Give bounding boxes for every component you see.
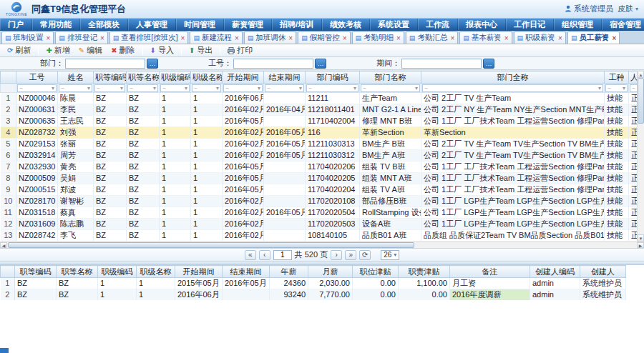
tab-close-icon[interactable]: × bbox=[181, 34, 185, 42]
dept-lookup-button[interactable]: … bbox=[147, 59, 158, 69]
scroll-down-icon[interactable]: ▼ bbox=[638, 234, 644, 242]
vertical-scroll-thumb[interactable] bbox=[638, 78, 644, 124]
column-filter[interactable]: ~▾ bbox=[59, 84, 92, 92]
tab-11[interactable]: ▤员工薪资× bbox=[567, 31, 620, 44]
table-row[interactable]: 1BZBZ112015年05月2016年05月243602,030.000.00… bbox=[1, 278, 626, 289]
menu-item-1[interactable]: 门户 bbox=[0, 19, 32, 30]
column-filter[interactable]: ~▾ bbox=[160, 84, 190, 92]
table-row[interactable]: 10NZ028170谢智彬BZBZ112016年02月11702020108部品… bbox=[1, 196, 638, 207]
print-button[interactable]: 打印 bbox=[224, 45, 256, 56]
table-row[interactable]: 6NZ032914周芳BZBZ112016年02月2016年05月1121103… bbox=[1, 150, 638, 161]
table-row[interactable]: 8NZ000509吴娟BZBZ112016年05月11704020205组装 M… bbox=[1, 173, 638, 184]
column-filter[interactable]: ~▾ bbox=[17, 84, 57, 92]
column-filter[interactable]: ~▾ bbox=[265, 84, 304, 92]
table-row[interactable]: 9NZ000515郑波BZBZ112016年05月11704020204组装 T… bbox=[1, 184, 638, 196]
menu-item-3[interactable]: 全部模块 bbox=[80, 19, 128, 30]
horizontal-scroll-thumb[interactable] bbox=[8, 242, 414, 248]
main-col-header-13[interactable]: 人员类别 bbox=[629, 71, 638, 84]
tab-2[interactable]: ▤排班登记× bbox=[55, 31, 107, 44]
main-col-header-1[interactable]: 工号 bbox=[16, 71, 58, 84]
column-filter[interactable]: ~▾ bbox=[361, 84, 420, 92]
table-row[interactable]: 5NZ029153张丽BZBZ112016年02月2016年05月1121103… bbox=[1, 139, 638, 150]
tab-close-icon[interactable]: × bbox=[558, 34, 562, 42]
column-filter[interactable]: ~▾ bbox=[605, 84, 628, 92]
detail-col-header-13[interactable]: 创建人 bbox=[580, 266, 626, 278]
main-col-header-10[interactable]: 部门名称 bbox=[360, 71, 421, 84]
table-row[interactable]: 2NZ000631李民BZBZ112016年02月2016年04月1121801… bbox=[1, 104, 638, 116]
scroll-up-icon[interactable]: ▲ bbox=[638, 71, 644, 78]
table-row[interactable]: 2BZBZ112016年06月932407,770.000.000.002016… bbox=[1, 289, 626, 301]
table-row[interactable]: 4NZ028732刘强BZBZ112016年02月2016年05月116革新Se… bbox=[1, 127, 638, 139]
vertical-scroll-track[interactable] bbox=[638, 78, 644, 234]
tab-6[interactable]: ▤假期管控× bbox=[298, 31, 350, 44]
menu-item-7[interactable]: 招聘/培训 bbox=[272, 19, 322, 30]
tab-close-icon[interactable]: × bbox=[450, 34, 454, 42]
table-row[interactable]: 7NZ032930黄亮BZBZ112016年05月11704020206组装 T… bbox=[1, 161, 638, 173]
main-col-header-12[interactable]: 工种 bbox=[605, 71, 629, 84]
menu-item-10[interactable]: 工作流 bbox=[418, 19, 458, 30]
column-filter[interactable]: ~▾ bbox=[94, 84, 125, 92]
tab-8[interactable]: ▤考勤汇总× bbox=[406, 31, 458, 44]
menu-item-11[interactable]: 报表中心 bbox=[458, 19, 506, 30]
column-filter[interactable]: ~▾ bbox=[422, 84, 603, 92]
main-col-header-4[interactable]: 职等名称 bbox=[127, 71, 160, 84]
reload-page-icon[interactable]: ⟳ bbox=[359, 250, 371, 260]
tab-3[interactable]: ▤查看排班[按班次]× bbox=[109, 31, 189, 44]
prev-page-button[interactable]: ‹ bbox=[259, 250, 270, 260]
main-col-header-8[interactable]: 结束期间 bbox=[264, 71, 306, 84]
main-col-header-2[interactable]: 姓名 bbox=[58, 71, 94, 84]
current-user[interactable]: 系统管理员 bbox=[565, 4, 613, 14]
main-col-header-7[interactable]: 开始期间 bbox=[223, 71, 264, 84]
scroll-left-icon[interactable]: ◀ bbox=[0, 242, 7, 248]
column-filter[interactable]: ~▾ bbox=[192, 84, 221, 92]
detail-col-header-8[interactable]: 月薪 bbox=[308, 266, 353, 278]
tab-5[interactable]: ▤加班调休× bbox=[244, 31, 296, 44]
table-row[interactable]: 11NZ031518蔡真BZBZ112016年02月2016年05月117020… bbox=[1, 207, 638, 219]
tab-4[interactable]: ▤新建流程× bbox=[190, 31, 242, 44]
tab-close-icon[interactable]: × bbox=[288, 34, 293, 42]
detail-col-header-2[interactable]: 职等名称 bbox=[57, 266, 98, 278]
tab-close-icon[interactable]: × bbox=[504, 34, 509, 42]
next-page-button[interactable]: › bbox=[331, 250, 342, 260]
tab-close-icon[interactable]: × bbox=[396, 34, 401, 42]
table-row[interactable]: 13NZ028742李飞BZBZ112016年02月108140105品质B01… bbox=[1, 230, 638, 242]
refresh-button[interactable]: ⟳刷新 bbox=[4, 45, 34, 56]
detail-col-header-4[interactable]: 职级名称 bbox=[137, 266, 175, 278]
import-button[interactable]: ⬇导入 bbox=[147, 45, 177, 56]
menu-item-9[interactable]: 系统设置 bbox=[370, 19, 418, 30]
tab-1[interactable]: ▤班制设置× bbox=[1, 31, 54, 44]
empno-input[interactable] bbox=[233, 59, 313, 69]
horizontal-scrollbar[interactable]: ◀ ▶ bbox=[0, 242, 644, 249]
column-filter[interactable]: ~▾ bbox=[630, 84, 637, 92]
detail-col-header-9[interactable]: 职位津贴 bbox=[353, 266, 399, 278]
tab-10[interactable]: ▤职级薪资× bbox=[514, 31, 566, 44]
scroll-right-icon[interactable]: ▶ bbox=[637, 242, 644, 248]
vertical-scrollbar[interactable]: ▲ ▼ bbox=[637, 71, 644, 242]
period-lookup-button[interactable]: … bbox=[483, 59, 494, 69]
first-page-button[interactable]: « bbox=[245, 250, 256, 260]
period-input[interactable] bbox=[401, 59, 482, 69]
dept-input[interactable] bbox=[65, 59, 145, 69]
tab-close-icon[interactable]: × bbox=[100, 34, 104, 42]
menu-item-14[interactable]: 宿舍管理 bbox=[602, 19, 644, 30]
main-col-header-3[interactable]: 职等编码 bbox=[94, 71, 127, 84]
detail-col-header-10[interactable]: 职责津贴 bbox=[399, 266, 450, 278]
menu-item-12[interactable]: 工作日记 bbox=[506, 19, 554, 30]
add-button[interactable]: ✚新增 bbox=[42, 45, 73, 56]
tab-7[interactable]: ▤考勤明细× bbox=[352, 31, 404, 44]
detail-col-header-11[interactable]: 备注 bbox=[450, 266, 530, 278]
main-col-header-6[interactable]: 职级名称 bbox=[191, 71, 223, 84]
page-number-input[interactable] bbox=[273, 250, 292, 260]
menu-item-5[interactable]: 时间管理 bbox=[176, 19, 224, 30]
menu-item-6[interactable]: 薪资管理 bbox=[224, 19, 272, 30]
main-col-header-11[interactable]: 部门全称 bbox=[421, 71, 605, 84]
menu-item-4[interactable]: 人事管理 bbox=[128, 19, 176, 30]
export-button[interactable]: ⬆导出 bbox=[185, 45, 216, 56]
detail-col-header-7[interactable]: 年薪 bbox=[270, 266, 308, 278]
main-col-header-9[interactable]: 部门编码 bbox=[306, 71, 360, 84]
detail-col-header-1[interactable]: 职等编码 bbox=[15, 266, 57, 278]
main-col-header-5[interactable]: 职级编码 bbox=[160, 71, 191, 84]
tab-close-icon[interactable]: × bbox=[47, 34, 51, 42]
column-filter[interactable]: ~▾ bbox=[127, 84, 158, 92]
delete-button[interactable]: ✖删除 bbox=[107, 45, 138, 56]
